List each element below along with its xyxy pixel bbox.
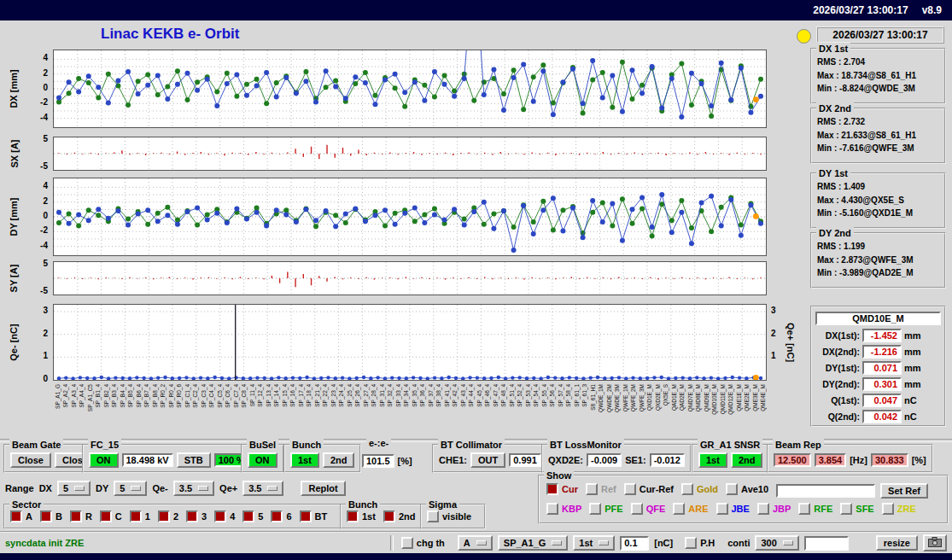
bunch-select-frame-label: Bunch [346, 499, 380, 510]
ph-checkbox[interactable]: P.H [685, 537, 715, 549]
threshold-input[interactable] [620, 536, 649, 551]
checkbox-jbe[interactable]: JBE [716, 503, 750, 515]
checkbox-b[interactable]: B [40, 510, 62, 522]
bunch-2nd-button[interactable]: 2nd [323, 452, 355, 468]
checkbox-2nd[interactable]: 2nd [383, 510, 416, 522]
dy-axis-label-text: DY [mm] [9, 197, 19, 236]
checkbox-label: SFE [856, 504, 873, 514]
bpm-label: SP_48_4 [501, 384, 507, 407]
checkbox-a[interactable]: A [10, 510, 32, 522]
range-qep-value: 3.5 [248, 483, 261, 493]
bpm-label: SP_53_4 [526, 384, 532, 407]
bt-lossmonitor-frame: BT LossMonitor QXD2E: -0.009 SE1: -0.012 [541, 444, 692, 473]
checkbox-3[interactable]: 3 [186, 510, 207, 522]
checkbox-label: 6 [286, 511, 291, 522]
checkbox-cur[interactable]: Cur [546, 483, 578, 495]
checkbox-ref[interactable]: Ref [586, 483, 616, 495]
checkbox-5[interactable]: 5 [242, 510, 263, 522]
checkbox-zre[interactable]: ZRE [882, 503, 916, 515]
gr-a1-snsr-frame: GR_A1 SNSR 1st 2nd [692, 444, 769, 473]
fc15-on-button[interactable]: ON [89, 452, 119, 468]
bunch-dropdown[interactable]: 1st [573, 535, 615, 551]
checkbox-1st[interactable]: 1st [347, 510, 376, 522]
sy-steering-plot[interactable] [53, 261, 767, 295]
monitor-row-unit: nC [904, 395, 917, 405]
bpm-label: SP_A1_C5 [88, 384, 94, 411]
gr-a1-1st-button[interactable]: 1st [698, 452, 727, 468]
range-dy-dropdown[interactable]: 5 [114, 481, 147, 496]
dy-orbit-plot[interactable] [53, 178, 767, 256]
set-ref-input[interactable] [776, 484, 875, 498]
bunch-1st-button[interactable]: 1st [290, 452, 319, 468]
camera-button[interactable] [923, 534, 947, 551]
chg-th-checkbox[interactable]: chg th [401, 537, 445, 549]
checkbox-sfe[interactable]: SFE [840, 503, 873, 515]
checkbox-4[interactable]: 4 [214, 510, 235, 522]
monitor-row-label: DY(2nd): [815, 379, 860, 389]
bpm-label: SP_B5_4 [128, 384, 134, 407]
sx-axis-ticks: 5-5 [31, 137, 50, 171]
conti-label: conti [727, 538, 750, 548]
checkbox-ave10[interactable]: Ave10 [726, 483, 768, 495]
checkbox-6[interactable]: 6 [271, 510, 291, 522]
checkbox-jbp[interactable]: JBP [757, 503, 791, 515]
show-row-1: CurRefCur-RefGoldAve10 Set Ref [546, 483, 928, 499]
checkbox-label: 2nd [399, 511, 416, 522]
bpm-label: SP_24_4 [339, 384, 345, 407]
qe-plus-axis-label-text: Qe+ [nC] [786, 323, 796, 362]
replot-button[interactable]: Replot [301, 481, 345, 496]
dx-orbit-plot[interactable] [53, 50, 767, 128]
checkbox-1[interactable]: 1 [130, 510, 150, 522]
bpm-dropdown[interactable]: SP_A1_G [498, 535, 569, 551]
show-checkbox-group-2: KBPPFEQFEAREJBEJBPRFESFEZRE [546, 503, 924, 518]
fc15-stb-button[interactable]: STB [177, 452, 211, 468]
resize-button[interactable]: resize [876, 535, 918, 551]
checkbox-pfe[interactable]: PFE [589, 503, 622, 515]
bpm-label: SP_18_4 [307, 384, 312, 407]
range-dy-label: DY [96, 483, 108, 493]
checkbox-label: B [55, 511, 62, 522]
bpm-label: SP_C4_4 [209, 384, 215, 408]
bpm-label: SP_28_4 [371, 384, 377, 407]
range-qep-dropdown[interactable]: 3.5 [242, 481, 283, 496]
checkbox-are[interactable]: ARE [673, 503, 708, 515]
checkbox-visible[interactable]: visible [427, 510, 471, 522]
points-dropdown[interactable]: 300 [755, 535, 798, 551]
checkbox-kbp[interactable]: KBP [546, 503, 581, 515]
bpm-label: SP_C5_4 [218, 384, 224, 408]
beam-rep-value-2: 3.854 [815, 453, 847, 467]
checkbox-gold[interactable]: Gold [681, 483, 718, 495]
dx-plot-canvas [54, 50, 766, 127]
bpm-label: SP_22_4 [323, 384, 329, 407]
set-ref-button[interactable]: Set Ref [880, 483, 928, 499]
axis-tick-label: -5 [40, 286, 48, 295]
range-dx-dropdown[interactable]: 5 [57, 481, 91, 496]
charge-plot[interactable] [53, 304, 767, 381]
range-row: Range DX 5 DY 5 Qe- 3.5 Qe+ 3.5 Replot [5, 478, 346, 499]
bpm-label: SP_32_4 [388, 384, 394, 407]
checkbox-2[interactable]: 2 [158, 510, 178, 522]
checkbox-rfe[interactable]: RFE [798, 503, 832, 515]
bpm-label: SP_A1_G [55, 384, 61, 409]
gr-a1-2nd-button[interactable]: 2nd [731, 452, 763, 468]
busel-on-button[interactable]: ON [248, 452, 277, 468]
checkbox-indicator [586, 483, 598, 495]
sx-steering-plot[interactable] [53, 137, 767, 171]
range-qem-dropdown[interactable]: 3.5 [173, 481, 214, 496]
sector-dropdown[interactable]: A [458, 535, 493, 551]
checkbox-bt[interactable]: BT [300, 510, 328, 522]
checkbox-label: 1st [362, 511, 376, 522]
bpm-label: QWFE_1M [623, 384, 629, 411]
checkbox-c[interactable]: C [100, 510, 122, 522]
range-dx-label: DX [39, 483, 52, 493]
che1-out-button[interactable]: OUT [470, 452, 505, 468]
bpm-label: QMD12E_M [728, 384, 734, 415]
checkbox-qfe[interactable]: QFE [631, 503, 666, 515]
checkbox-indicator [300, 510, 312, 522]
beam-gate-close-1-button[interactable]: Close [10, 452, 51, 468]
monitor-row-unit: mm [904, 347, 921, 357]
extra-input[interactable] [804, 536, 849, 551]
checkbox-r[interactable]: R [70, 510, 92, 522]
gr-a1-snsr-frame-label: GR_A1 SNSR [698, 439, 762, 451]
checkbox-cur-ref[interactable]: Cur-Ref [624, 483, 674, 495]
